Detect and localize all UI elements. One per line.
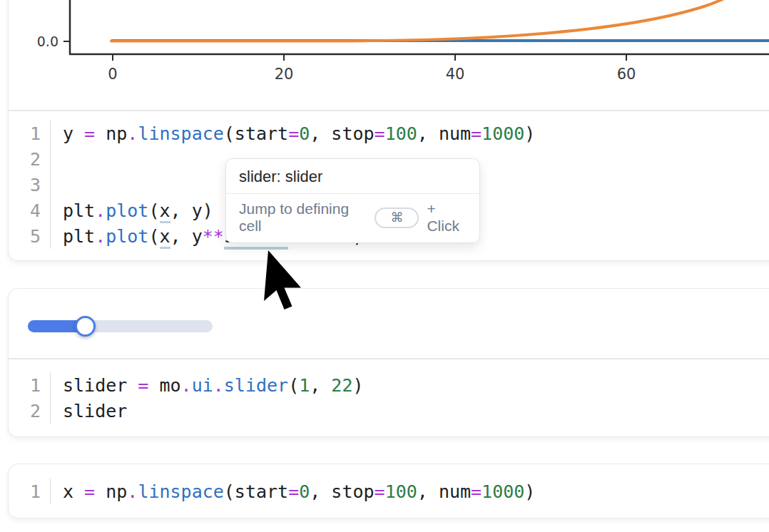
x-tick-label: 60 bbox=[617, 66, 636, 83]
code-token: (start bbox=[224, 481, 288, 502]
plot-output-area: 0.0 0 20 40 60 bbox=[9, 0, 769, 111]
line-number: 2 bbox=[9, 398, 51, 424]
code-content: plt.plot(x, y) bbox=[51, 200, 213, 221]
code-token: ( bbox=[148, 226, 159, 247]
code-token: 1 bbox=[299, 375, 310, 396]
variable-link[interactable]: x bbox=[160, 200, 170, 223]
code-token: , num bbox=[417, 123, 471, 144]
code-token: . bbox=[181, 375, 192, 396]
cell-slider: 1slider = mo.ui.slider(1, 22)2slider bbox=[8, 288, 769, 437]
tooltip-action-label: Jump to defining cell bbox=[239, 200, 367, 235]
code-token: 1000 bbox=[482, 123, 524, 144]
code-token: 1000 bbox=[482, 481, 524, 502]
code-token: = bbox=[471, 481, 482, 502]
code-token: , y bbox=[170, 226, 203, 247]
code-token: slider bbox=[224, 375, 288, 396]
marimo-notebook: 0.0 0 20 40 60 1y = np.linspace(start=0,… bbox=[0, 0, 769, 532]
matplotlib-line-plot: 0.0 0 20 40 60 bbox=[9, 0, 769, 110]
code-token: = bbox=[84, 123, 106, 144]
slider-output-area bbox=[9, 289, 769, 359]
code-token: = bbox=[471, 123, 482, 144]
code-token: . bbox=[213, 375, 224, 396]
tooltip-title: slider: slider bbox=[226, 159, 479, 194]
code-token: ( bbox=[148, 200, 159, 221]
code-content: slider bbox=[51, 401, 127, 421]
code-token: , bbox=[310, 375, 331, 396]
code-token: ) bbox=[524, 481, 535, 502]
code-token: , stop bbox=[310, 123, 374, 144]
code-content: y = np.linspace(start=0, stop=100, num=1… bbox=[51, 123, 535, 144]
line-number: 1 bbox=[9, 479, 51, 504]
code-token: 0 bbox=[299, 123, 310, 144]
code-token: slider bbox=[63, 375, 138, 396]
code-token: = bbox=[288, 123, 299, 144]
slider-handle[interactable] bbox=[75, 316, 96, 337]
code-token: np bbox=[106, 481, 127, 502]
code-token: = bbox=[375, 481, 385, 502]
code-token: . bbox=[127, 481, 138, 502]
code-token: . bbox=[95, 226, 106, 247]
code-token: (start bbox=[224, 123, 288, 144]
code-token: ui bbox=[192, 375, 213, 396]
code-token: linspace bbox=[138, 123, 223, 144]
code-content: slider = mo.ui.slider(1, 22) bbox=[51, 375, 364, 396]
line-number: 1 bbox=[9, 121, 51, 146]
x-tick-label: 40 bbox=[446, 66, 465, 83]
code-content: x = np.linspace(start=0, stop=100, num=1… bbox=[51, 481, 535, 502]
code-token: . bbox=[95, 200, 106, 221]
y-tick-label: 0.0 bbox=[37, 34, 58, 49]
code-line[interactable]: 2slider bbox=[9, 398, 769, 424]
line-number: 2 bbox=[9, 146, 51, 172]
code-token: plt bbox=[63, 200, 95, 221]
line-number: 3 bbox=[9, 172, 51, 198]
code-editor[interactable]: 1slider = mo.ui.slider(1, 22)2slider bbox=[9, 359, 769, 436]
code-token: plot bbox=[106, 226, 148, 247]
x-tick-label: 20 bbox=[275, 66, 294, 83]
code-token: ( bbox=[288, 375, 299, 396]
code-token: 22 bbox=[331, 375, 352, 396]
code-token: ) bbox=[524, 123, 535, 144]
line-number: 4 bbox=[9, 198, 51, 223]
code-token: = bbox=[84, 481, 106, 502]
code-token: , stop bbox=[310, 481, 374, 502]
series-line-orange bbox=[111, 0, 760, 41]
cmd-key-icon: ⌘ bbox=[375, 208, 419, 228]
code-token: 0 bbox=[299, 481, 310, 502]
code-token: y bbox=[63, 123, 84, 144]
line-number: 1 bbox=[9, 372, 51, 398]
code-token: = bbox=[138, 375, 159, 396]
mouse-cursor-icon bbox=[264, 250, 304, 313]
code-line[interactable]: 1slider = mo.ui.slider(1, 22) bbox=[9, 372, 769, 398]
variable-tooltip: slider: slider Jump to defining cell ⌘ +… bbox=[225, 158, 480, 243]
code-token: ) bbox=[352, 375, 363, 396]
code-token: x bbox=[63, 481, 84, 502]
line-number: 5 bbox=[9, 223, 51, 249]
code-token: slider bbox=[63, 401, 127, 421]
code-token: , num bbox=[417, 481, 471, 502]
code-line[interactable]: 1x = np.linspace(start=0, stop=100, num=… bbox=[9, 479, 769, 504]
code-token: plot bbox=[106, 200, 148, 221]
code-token: mo bbox=[159, 375, 180, 396]
tooltip-shortcut-suffix: + Click bbox=[427, 200, 469, 235]
cell-x-definition: 1x = np.linspace(start=0, stop=100, num=… bbox=[8, 464, 769, 518]
code-token: linspace bbox=[138, 481, 223, 502]
code-token: plt bbox=[63, 226, 95, 247]
code-token: . bbox=[127, 123, 138, 144]
code-token: ** bbox=[203, 226, 224, 247]
code-token: 100 bbox=[385, 123, 417, 144]
code-token: np bbox=[106, 123, 127, 144]
code-editor[interactable]: 1x = np.linspace(start=0, stop=100, num=… bbox=[9, 464, 769, 519]
code-token: , y) bbox=[170, 200, 213, 221]
code-token: = bbox=[375, 123, 385, 144]
code-line[interactable]: 1y = np.linspace(start=0, stop=100, num=… bbox=[9, 121, 769, 146]
code-token: = bbox=[288, 481, 299, 502]
code-token: 100 bbox=[385, 481, 417, 502]
x-tick-label: 0 bbox=[108, 66, 117, 83]
variable-link[interactable]: x bbox=[160, 226, 170, 249]
